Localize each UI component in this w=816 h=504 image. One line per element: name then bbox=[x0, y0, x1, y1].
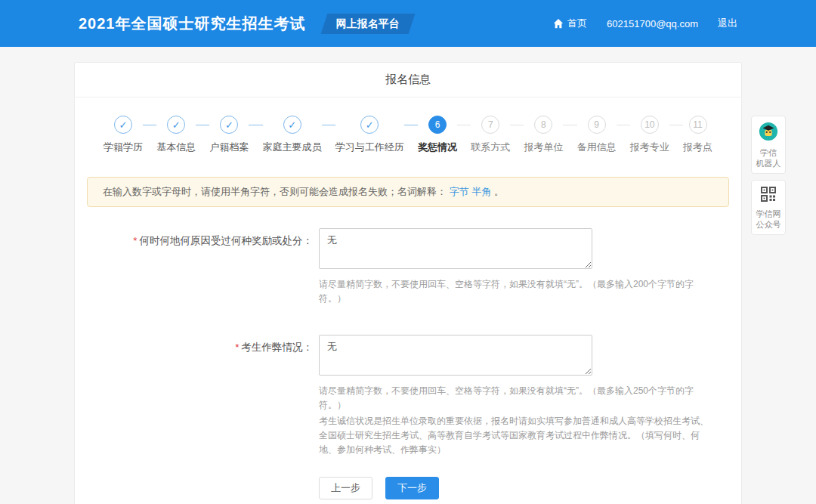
step-number: 7 bbox=[481, 116, 499, 134]
form-field-rewards: *何时何地何原因受过何种奖励或处分： 无 请尽量精简字数，不要使用回车、空格等字… bbox=[75, 228, 741, 306]
cheating-hint-1: 请尽量精简字数，不要使用回车、空格等字符，如果没有就填“无”。（最多输入250个… bbox=[319, 384, 709, 413]
platform-badge-label: 网上报名平台 bbox=[335, 17, 399, 31]
notice-text: 在输入数字或字母时，请使用半角字符，否则可能会造成报名失败；名词解释： bbox=[103, 186, 447, 197]
qr-code-icon bbox=[760, 192, 777, 205]
app-header: 2021年全国硕士研究生招生考试 网上报名平台 首页 602151700@qq.… bbox=[0, 0, 816, 47]
step-connector bbox=[457, 125, 471, 125]
step-connector bbox=[404, 125, 418, 125]
step-connector bbox=[322, 125, 335, 125]
step-label: 报考专业 bbox=[630, 141, 669, 154]
logout-link[interactable]: 退出 bbox=[718, 17, 737, 30]
awards-punishments-form: *何时何地何原因受过何种奖励或处分： 无 请尽量精简字数，不要使用回车、空格等字… bbox=[75, 207, 741, 504]
step-number: 8 bbox=[534, 116, 552, 134]
step-item-1[interactable]: ✓ 学籍学历 bbox=[104, 116, 143, 154]
qrcode-widget-label: 学信网 公众号 bbox=[753, 209, 784, 230]
nav-home-label: 首页 bbox=[567, 17, 587, 30]
step-check-icon: ✓ bbox=[360, 116, 379, 134]
rewards-textarea[interactable]: 无 bbox=[319, 228, 592, 269]
step-connector bbox=[617, 125, 630, 125]
notice-banner: 在输入数字或字母时，请使用半角字符，否则可能会造成报名失败；名词解释： 字节 半… bbox=[87, 177, 729, 207]
rewards-hint: 请尽量精简字数，不要使用回车、空格等字符，如果没有就填“无”。（最多输入200个… bbox=[319, 277, 709, 306]
form-buttons: 上一步 下一步 bbox=[319, 477, 741, 504]
step-label: 户籍档案 bbox=[209, 141, 249, 154]
robot-icon bbox=[759, 131, 778, 144]
home-icon bbox=[553, 18, 564, 29]
required-asterisk: * bbox=[235, 342, 239, 353]
step-label: 联系方式 bbox=[471, 141, 510, 154]
step-connector bbox=[143, 125, 156, 125]
robot-widget[interactable]: 学信 机器人 bbox=[751, 116, 786, 174]
step-number: 10 bbox=[641, 116, 659, 134]
step-label: 报考点 bbox=[683, 141, 712, 154]
rewards-control: 无 请尽量精简字数，不要使用回车、空格等字符，如果没有就填“无”。（最多输入20… bbox=[319, 228, 709, 306]
step-number: 9 bbox=[588, 116, 606, 134]
platform-badge: 网上报名平台 bbox=[320, 14, 415, 34]
step-check-icon: ✓ bbox=[167, 116, 185, 134]
registration-card: 报名信息 ✓ 学籍学历 ✓ 基本信息 ✓ 户籍档案 ✓ 家庭主要成员 ✓ 学习与… bbox=[74, 62, 742, 504]
step-item-11[interactable]: 11 报考点 bbox=[683, 116, 712, 154]
user-email: 602151700@qq.com bbox=[607, 18, 698, 29]
step-item-8[interactable]: 8 报考单位 bbox=[524, 116, 563, 154]
next-step-button[interactable]: 下一步 bbox=[385, 477, 439, 499]
step-item-7[interactable]: 7 联系方式 bbox=[471, 116, 510, 154]
step-item-4[interactable]: ✓ 家庭主要成员 bbox=[263, 116, 322, 154]
step-connector bbox=[563, 125, 576, 125]
step-item-10[interactable]: 10 报考专业 bbox=[630, 116, 669, 154]
step-indicator: ✓ 学籍学历 ✓ 基本信息 ✓ 户籍档案 ✓ 家庭主要成员 ✓ 学习与工作经历 … bbox=[75, 97, 741, 165]
step-item-2[interactable]: ✓ 基本信息 bbox=[156, 116, 196, 154]
step-item-5[interactable]: ✓ 学习与工作经历 bbox=[335, 116, 404, 154]
step-connector bbox=[196, 125, 209, 125]
step-item-9[interactable]: 9 备用信息 bbox=[577, 116, 617, 154]
step-label: 学籍学历 bbox=[104, 141, 143, 154]
app-title: 2021年全国硕士研究生招生考试 bbox=[79, 14, 306, 34]
step-connector bbox=[510, 125, 524, 125]
cheating-textarea[interactable]: 无 bbox=[319, 335, 592, 376]
step-number: 6 bbox=[428, 116, 447, 134]
qrcode-widget[interactable]: 学信网 公众号 bbox=[751, 180, 786, 235]
step-check-icon: ✓ bbox=[220, 116, 238, 134]
floating-widgets: 学信 机器人 学信网 公众号 bbox=[751, 116, 786, 241]
robot-widget-label: 学信 机器人 bbox=[753, 147, 784, 169]
step-item-3[interactable]: ✓ 户籍档案 bbox=[209, 116, 249, 154]
step-label: 学习与工作经历 bbox=[335, 141, 404, 154]
form-field-cheating: *考生作弊情况： 无 请尽量精简字数，不要使用回车、空格等字符，如果没有就填“无… bbox=[75, 335, 741, 457]
nav-home-link[interactable]: 首页 bbox=[553, 17, 587, 30]
step-label: 报考单位 bbox=[524, 141, 563, 154]
halfwidth-definition-link[interactable]: 半角 bbox=[471, 186, 491, 197]
required-asterisk: * bbox=[133, 235, 137, 246]
cheating-hint-2: 考生诚信状况是招生单位录取的重要依据，报名时请如实填写参加普通和成人高等学校招生… bbox=[319, 414, 709, 457]
prev-step-button[interactable]: 上一步 bbox=[319, 477, 372, 499]
step-number: 11 bbox=[689, 116, 707, 134]
rewards-field-label: *何时何地何原因受过何种奖励或处分： bbox=[75, 228, 313, 306]
byte-definition-link[interactable]: 字节 bbox=[450, 186, 469, 197]
step-connector bbox=[669, 125, 683, 125]
step-label: 奖惩情况 bbox=[418, 141, 457, 154]
step-check-icon: ✓ bbox=[283, 116, 301, 134]
step-label: 家庭主要成员 bbox=[263, 141, 322, 154]
cheating-control: 无 请尽量精简字数，不要使用回车、空格等字符，如果没有就填“无”。（最多输入25… bbox=[319, 335, 709, 457]
cheating-field-label: *考生作弊情况： bbox=[75, 335, 313, 457]
step-check-icon: ✓ bbox=[114, 116, 132, 134]
card-title: 报名信息 bbox=[75, 63, 741, 97]
header-left: 2021年全国硕士研究生招生考试 网上报名平台 bbox=[79, 14, 412, 34]
step-item-6-current[interactable]: 6 奖惩情况 bbox=[418, 116, 457, 154]
header-nav: 首页 602151700@qq.com 退出 bbox=[553, 17, 737, 30]
step-label: 基本信息 bbox=[156, 141, 196, 154]
notice-suffix: 。 bbox=[494, 186, 504, 197]
step-connector bbox=[249, 125, 262, 125]
step-label: 备用信息 bbox=[577, 141, 617, 154]
